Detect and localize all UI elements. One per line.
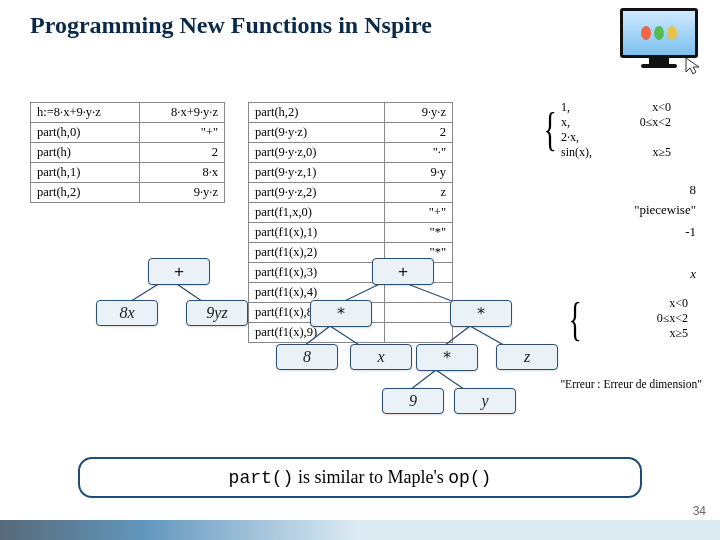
cas-cell: part(h,1)	[31, 163, 140, 183]
cas-cell: part(f1(x),2)	[249, 243, 385, 263]
cas-cell: part(f1(x),3)	[249, 263, 385, 283]
cas-cell: h:=8·x+9·y·z	[31, 103, 140, 123]
tree-node-star-1: *	[310, 300, 372, 327]
tree-node-y: y	[454, 388, 516, 414]
code-part: part()	[229, 468, 294, 488]
cas-cell: 0≤x<2	[601, 311, 692, 326]
cas-cell: "+"	[139, 123, 224, 143]
cas-cell: 0≤x<2	[616, 115, 675, 130]
callout-box: part() is similar to Maple's op()	[78, 457, 642, 498]
cas-cell: x<0	[601, 296, 692, 311]
cas-cell: 9·y·z	[385, 103, 453, 123]
footer-bar	[0, 520, 720, 540]
label-neg1: -1	[685, 224, 696, 240]
tree-node-x: x	[350, 344, 412, 370]
cas-cell: "*"	[385, 223, 453, 243]
cas-cell: part(h,2)	[249, 103, 385, 123]
cas-cell: x≥5	[601, 326, 692, 341]
slide-number: 34	[693, 504, 706, 518]
cas-block-right-top: { 1,x<0x,0≤x<22·x, sin(x),x≥5 8 "piecewi…	[475, 100, 700, 220]
monitor-graphic	[620, 8, 698, 70]
cas-cell	[616, 130, 675, 145]
cas-cell: part(h,2)	[31, 183, 140, 203]
label-piecewise: "piecewise"	[634, 202, 696, 218]
cas-cell: sin(x),	[557, 145, 616, 160]
cas-cell: part(f1(x),1)	[249, 223, 385, 243]
label-x: x	[690, 266, 696, 282]
tree-node-plus-1: +	[148, 258, 210, 285]
tree-node-star-2: *	[450, 300, 512, 327]
cas-cell: 2	[139, 143, 224, 163]
cursor-icon	[684, 56, 704, 76]
cas-cell: part(9·y·z)	[249, 123, 385, 143]
cas-cell: part(h,0)	[31, 123, 140, 143]
cas-cell: "·"	[385, 143, 453, 163]
cas-cell	[385, 283, 453, 303]
cas-cell: 8·x+9·y·z	[139, 103, 224, 123]
cas-cell: z	[385, 183, 453, 203]
cas-cell	[582, 311, 601, 326]
cas-cell: 2	[385, 123, 453, 143]
tree-node-9: 9	[382, 388, 444, 414]
label-n: 8	[690, 182, 697, 198]
tree-node-8x: 8x	[96, 300, 158, 326]
cas-cell	[582, 326, 601, 341]
cas-cell	[582, 296, 601, 311]
cas-cell: part(f1,x,0)	[249, 203, 385, 223]
cas-cell	[385, 323, 453, 343]
cas-cell: part(9·y·z,2)	[249, 183, 385, 203]
cas-cell: part(9·y·z,1)	[249, 163, 385, 183]
cas-cell: "+"	[385, 203, 453, 223]
cas-cell: part(9·y·z,0)	[249, 143, 385, 163]
cas-cell: 9·y	[385, 163, 453, 183]
cas-cell: 8·x	[139, 163, 224, 183]
tree-node-z: z	[496, 344, 558, 370]
cas-cell: x,	[557, 115, 616, 130]
tree-node-8: 8	[276, 344, 338, 370]
code-op: op()	[448, 468, 491, 488]
cas-cell: part(h)	[31, 143, 140, 163]
callout-text: is similar to Maple's	[293, 467, 448, 487]
cas-cell	[385, 303, 453, 323]
cas-cell: 2·x,	[557, 130, 616, 145]
tree-node-plus-2: +	[372, 258, 434, 285]
cas-table-left: h:=8·x+9·y·z8·x+9·y·zpart(h,0)"+"part(h)…	[30, 102, 225, 203]
cas-cell: x<0	[616, 100, 675, 115]
cas-cell: 9·y·z	[139, 183, 224, 203]
tree-node-star-3: *	[416, 344, 478, 371]
page-title: Programming New Functions in Nspire	[30, 12, 432, 39]
tree-node-9yz: 9yz	[186, 300, 248, 326]
cas-cell: x≥5	[616, 145, 675, 160]
cas-cell: 1,	[557, 100, 616, 115]
